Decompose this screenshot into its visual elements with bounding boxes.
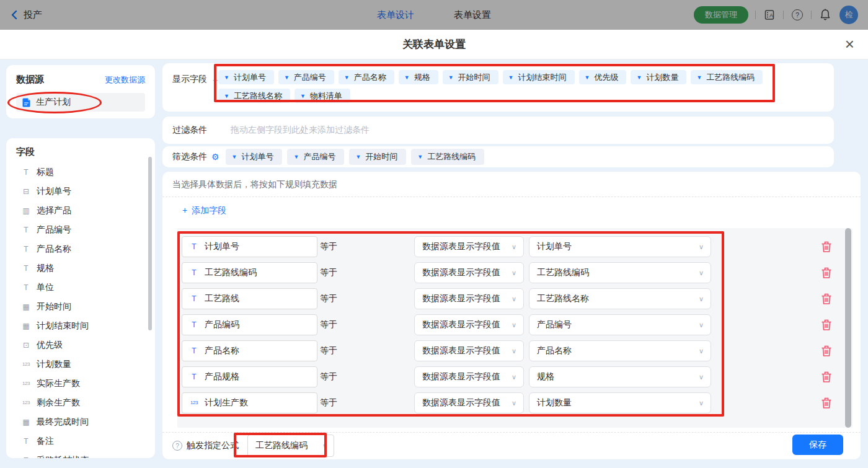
rule-source-select[interactable]: 数据源表显示字段值 ∨ [414, 314, 524, 335]
text-icon: T [21, 226, 31, 234]
rule-operator: 等于 [312, 267, 345, 278]
chevron-down-icon: ∨ [512, 347, 516, 355]
rule-value-select[interactable]: 计划数量 ∨ [529, 392, 711, 413]
datasource-item[interactable]: 生产计划 [16, 93, 145, 112]
display-field-chip[interactable]: ▼ 优先级 [579, 70, 627, 84]
field-list-item[interactable]: T 产品名称 [16, 239, 145, 258]
field-list-item[interactable]: T 标题 [16, 162, 145, 182]
data-management-button[interactable]: 数据管理 [694, 6, 748, 24]
title-icon: T [21, 169, 31, 176]
add-field-button[interactable]: +添加字段 [182, 205, 226, 216]
delete-icon[interactable] [821, 345, 832, 357]
save-button[interactable]: 保存 [792, 435, 843, 455]
rule-field-box[interactable]: T 工艺路线 [182, 288, 317, 309]
change-datasource-link[interactable]: 更改数据源 [105, 74, 145, 86]
field-list-item[interactable]: ▦ 最终完成时间 [16, 412, 145, 431]
field-list-item[interactable]: ⊟ 计划单号 [16, 182, 145, 201]
rule-value-select[interactable]: 产品编号 ∨ [529, 314, 711, 335]
close-icon[interactable]: × [845, 35, 854, 53]
chevron-down-icon: ∨ [699, 373, 704, 381]
notification-bell-icon[interactable] [818, 8, 832, 22]
field-list-item[interactable]: T 单位 [16, 278, 145, 297]
rule-field-box[interactable]: T 产品名称 [182, 340, 317, 361]
chevron-down-icon: ∨ [699, 269, 704, 277]
delete-icon[interactable] [821, 397, 832, 409]
display-field-chip[interactable]: ▼ 物料清单 [294, 89, 350, 103]
rule-field-box[interactable]: T 产品编码 [182, 314, 317, 335]
rule-source-select[interactable]: 数据源表显示字段值 ∨ [414, 288, 524, 309]
rule-value-select[interactable]: 计划单号 ∨ [529, 236, 711, 257]
chevron-down-icon: ∨ [699, 321, 704, 329]
tab-form-settings[interactable]: 表单设置 [454, 9, 491, 21]
field-label: 优先级 [37, 340, 63, 351]
rule-value-select[interactable]: 工艺路线名称 ∨ [529, 288, 711, 309]
chevron-down-icon: ∨ [322, 442, 327, 450]
rule-operator: 等于 [312, 319, 345, 330]
rule-field-label: 工艺路线编码 [205, 267, 257, 278]
dictionary-icon[interactable]: A [763, 8, 776, 22]
add-display-field-button[interactable]: + [213, 74, 218, 85]
gear-icon[interactable]: ⚙ [211, 152, 219, 162]
rule-field-box[interactable]: T 工艺路线编码 [182, 262, 317, 283]
display-field-chip[interactable]: ▼ 工艺路线编码 [691, 70, 763, 84]
help-icon[interactable]: ? [790, 8, 804, 22]
screen-card: 筛选条件 ⚙ ▼ 计划单号 ▼ 产品编号 ▼ 开始时间 ▼ 工艺路线编码 [162, 146, 834, 167]
trigger-formula-label: 触发指定公式 [187, 440, 239, 451]
rule-source-select[interactable]: 数据源表显示字段值 ∨ [414, 262, 524, 283]
rule-field-box[interactable]: 123 计划生产数 [182, 392, 317, 413]
delete-icon[interactable] [821, 319, 832, 331]
rule-field-box[interactable]: T 计划单号 [182, 236, 317, 257]
field-list-item[interactable]: ▦ 开始时间 [16, 297, 145, 316]
trigger-field-value: 工艺路线编码 [255, 440, 308, 451]
filter-dropzone-placeholder[interactable]: 拖动左侧字段到此处来添加过滤条件 [231, 125, 370, 136]
delete-icon[interactable] [821, 267, 832, 279]
rule-value-select[interactable]: 工艺路线编码 ∨ [529, 262, 711, 283]
help-circle-icon[interactable]: ? [172, 441, 182, 451]
field-list-item[interactable]: T 备注 [16, 431, 145, 451]
fields-scrollbar[interactable] [148, 157, 152, 330]
field-list-item[interactable]: T 产品编号 [16, 220, 145, 239]
field-label: 产品编号 [37, 224, 71, 236]
display-field-chip[interactable]: ▼ 开始时间 [443, 70, 498, 84]
field-list-item[interactable]: ▥ 选择产品 [16, 201, 145, 220]
rule-source-select[interactable]: 数据源表显示字段值 ∨ [414, 236, 524, 257]
field-list-item[interactable]: 123 实际生产数 [16, 374, 145, 393]
delete-icon[interactable] [821, 241, 832, 253]
screen-field-chip[interactable]: ▼ 开始时间 [349, 149, 406, 165]
screen-field-chip[interactable]: ▼ 计划单号 [226, 149, 283, 165]
rule-value-select[interactable]: 规格 ∨ [529, 366, 711, 387]
rule-row: T 工艺路线 等于 数据源表显示字段值 ∨ 工艺路线名称 ∨ [177, 287, 852, 313]
display-field-chip[interactable]: ▼ 产品编号 [278, 70, 334, 84]
field-list-item[interactable]: 123 剩余生产数 [16, 393, 145, 412]
number-icon: 123 [21, 362, 31, 367]
calendar-icon: ▦ [21, 418, 31, 426]
display-field-chip[interactable]: ▼ 计划数量 [631, 70, 686, 84]
rules-scrollbar[interactable] [845, 228, 851, 428]
field-list-item[interactable]: ⊡ 优先级 [16, 335, 145, 355]
chevron-down-icon: ▼ [696, 74, 702, 81]
chevron-down-icon: ▼ [508, 74, 514, 81]
display-field-chip[interactable]: ▼ 工艺路线名称 [218, 89, 290, 103]
rule-source-select[interactable]: 数据源表显示字段值 ∨ [414, 366, 524, 387]
field-list-item[interactable]: ▦ 计划结束时间 [16, 316, 145, 335]
chevron-down-icon: ∨ [699, 347, 704, 355]
rule-value-select[interactable]: 产品名称 ∨ [529, 340, 711, 361]
tab-form-design[interactable]: 表单设计 [377, 9, 414, 21]
rule-field-box[interactable]: T 产品规格 [182, 366, 317, 387]
field-list-item[interactable]: 123 计划数量 [16, 355, 145, 374]
rule-source-select[interactable]: 数据源表显示字段值 ∨ [414, 340, 524, 361]
display-field-chip[interactable]: ▼ 计划结束时间 [503, 70, 575, 84]
field-list-item[interactable]: T 规格 [16, 258, 145, 278]
display-field-chip[interactable]: ▼ 产品名称 [339, 70, 394, 84]
display-field-chip[interactable]: ▼ 计划单号 [218, 70, 274, 84]
trigger-field-select[interactable]: 工艺路线编码 ∨ [247, 435, 334, 457]
delete-icon[interactable] [821, 293, 832, 305]
screen-field-chip[interactable]: ▼ 产品编号 [287, 149, 344, 165]
delete-icon[interactable] [821, 371, 832, 383]
rule-source-select[interactable]: 数据源表显示字段值 ∨ [414, 392, 524, 413]
text-icon: T [21, 245, 31, 253]
display-field-chip[interactable]: ▼ 规格 [399, 70, 438, 84]
field-list-item[interactable]: T 采购耗材状态 [16, 451, 145, 458]
user-avatar[interactable]: 检 [839, 6, 858, 24]
screen-field-chip[interactable]: ▼ 工艺路线编码 [411, 149, 484, 165]
